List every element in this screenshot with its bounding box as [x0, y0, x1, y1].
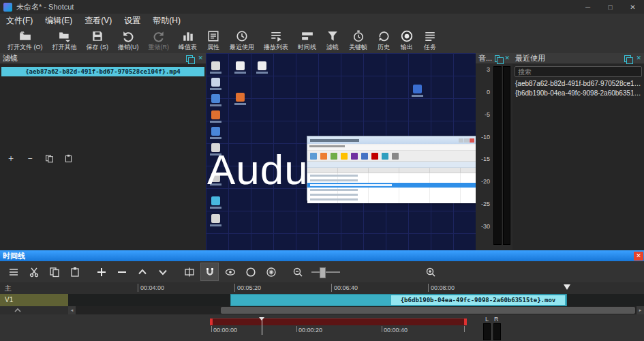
time-tick: [382, 326, 382, 332]
trim-in-handle[interactable]: [210, 318, 213, 325]
main-toolbar: 打开文件 (O) 打开其他 保存 (S) 撤销(U) 重做(R) 峰值表 属性: [0, 28, 644, 55]
zoom-in-button[interactable]: [421, 263, 440, 281]
redo-button[interactable]: 重做(R): [144, 29, 174, 53]
save-button[interactable]: 保存 (S): [82, 29, 114, 53]
open-file-button[interactable]: 打开文件 (O): [3, 29, 48, 53]
jobs-icon: [423, 30, 437, 42]
remove-filter-button[interactable]: －: [24, 153, 36, 164]
append-button[interactable]: [92, 263, 110, 281]
undo-icon: [121, 30, 135, 42]
export-button[interactable]: 输出: [395, 29, 418, 53]
menu-view[interactable]: 查看(V): [78, 14, 118, 28]
zoom-slider-thumb[interactable]: [320, 267, 326, 278]
keyframes-button[interactable]: 关键帧: [344, 29, 372, 53]
trim-out-handle[interactable]: [464, 318, 467, 325]
shotcut-logo-icon: [3, 3, 12, 12]
timeline-menu-button[interactable]: [4, 263, 22, 281]
zoom-slider[interactable]: [310, 264, 341, 280]
menu-edit[interactable]: 编辑(E): [39, 14, 78, 28]
preview-desktop-icon: [413, 85, 422, 93]
meter-channel-bars: [483, 323, 501, 340]
track-collapse-chevron-icon[interactable]: [14, 307, 22, 314]
ripple-all-toggle-button[interactable]: [262, 263, 280, 281]
playlist-button[interactable]: 播放列表: [259, 29, 293, 53]
db-tick: -25: [481, 201, 490, 207]
meter-bar-left: [493, 66, 502, 245]
maximize-button[interactable]: □: [599, 0, 622, 14]
preview-desktop-icon: [236, 93, 245, 102]
timeline-scrollbar[interactable]: ◂ ▸: [68, 306, 644, 314]
ripple-delete-button[interactable]: [112, 263, 131, 281]
undo-button[interactable]: 撤销(U): [113, 29, 144, 53]
meter-channel-labels: L R: [485, 316, 499, 323]
paste-button[interactable]: [65, 263, 84, 281]
scroll-left-arrow[interactable]: ◂: [68, 306, 76, 314]
recent-item[interactable]: {b6db190b-04ea-49fc-9098-2a60b6351…: [512, 88, 644, 98]
peak-meter-button[interactable]: 峰值表: [174, 29, 202, 53]
playlist-icon: [269, 30, 283, 42]
track-head-v1[interactable]: V1: [0, 294, 68, 306]
trim-bar[interactable]: [210, 318, 467, 325]
close-panel-icon[interactable]: ✕: [636, 55, 641, 61]
preview-desktop-icon: [211, 110, 220, 119]
timeline-close-icon[interactable]: ✕: [634, 252, 643, 261]
preview-desktop-icon: [236, 61, 245, 70]
timeline-panel-header: 时间线 ✕: [0, 250, 644, 261]
filters-button[interactable]: 滤镜: [321, 29, 344, 53]
close-button[interactable]: ✕: [622, 0, 644, 14]
timeline-ruler-row: 主 00:04:00 00:05:20 00:06:40 00:08:00: [0, 282, 644, 295]
paste-filters-button[interactable]: [62, 153, 74, 164]
float-panel-icon[interactable]: [186, 55, 193, 62]
minimize-button[interactable]: ─: [577, 0, 599, 14]
master-track-label[interactable]: 主: [0, 282, 68, 294]
cut-button[interactable]: [25, 263, 43, 281]
zoom-out-button[interactable]: [288, 263, 307, 281]
db-tick: -20: [481, 178, 490, 185]
close-panel-icon[interactable]: ✕: [198, 55, 203, 61]
player-scrub-area: 00:00:00 00:00:20 00:00:40: [204, 317, 472, 339]
audio-meter-title: 音...: [478, 53, 492, 63]
recent-button[interactable]: 最近使用: [225, 29, 259, 53]
properties-icon: [206, 30, 220, 42]
properties-button[interactable]: 属性: [202, 29, 225, 53]
history-button[interactable]: 历史: [372, 29, 395, 53]
scrollbar-thumb[interactable]: [221, 307, 635, 314]
snap-toggle-button[interactable]: [200, 263, 219, 281]
timeline-ruler[interactable]: 00:04:00 00:05:20 00:06:40 00:08:00: [68, 282, 644, 294]
timeline-button[interactable]: 时间线: [293, 29, 321, 53]
filters-panel-title: 滤镜: [3, 53, 18, 63]
player-playhead-line[interactable]: [262, 317, 262, 335]
overwrite-button[interactable]: [153, 263, 172, 281]
close-panel-icon[interactable]: ✕: [504, 55, 510, 61]
preview-window-title-text: [310, 139, 359, 142]
preview-window-selected-row: [307, 183, 476, 188]
lift-button[interactable]: [133, 263, 151, 281]
recent-search-input[interactable]: [515, 66, 642, 77]
timeline-clip[interactable]: {b6db190b-04ea-49fc-9098-2a60b63515te}.m…: [230, 294, 567, 306]
copy-button[interactable]: [45, 263, 63, 281]
scrub-while-dragging-button[interactable]: [221, 263, 239, 281]
recent-item[interactable]: {aeb87a62-b82d-491f-bd67-970528ce1…: [512, 78, 644, 88]
copy-filters-button[interactable]: [43, 153, 55, 164]
scroll-right-arrow[interactable]: ▸: [637, 306, 644, 314]
timeline-title: 时间线: [3, 251, 25, 261]
menu-help[interactable]: 帮助(H): [147, 14, 187, 28]
menu-file[interactable]: 文件(F): [0, 14, 39, 28]
playhead-marker[interactable]: [564, 284, 570, 290]
preview-window-file-list: [307, 173, 476, 203]
preview-desktop-icon: [211, 214, 220, 223]
menu-settings[interactable]: 设置: [118, 14, 147, 28]
filters-selected-clip[interactable]: {aeb87a62-b82d-491f-bd67-970528ce104f}.m…: [1, 67, 204, 76]
redo-icon: [152, 30, 166, 42]
split-button[interactable]: [180, 263, 198, 281]
audio-meter-body: 3 0 -5 -10 -15 -20 -25 -30: [476, 63, 512, 248]
float-panel-icon[interactable]: [495, 55, 500, 62]
time-tick-label: 00:00:00: [213, 327, 237, 333]
track-lane-v1[interactable]: {b6db190b-04ea-49fc-9098-2a60b63515te}.m…: [68, 294, 644, 306]
jobs-button[interactable]: 任务: [418, 29, 442, 53]
open-other-button[interactable]: 打开其他: [48, 29, 82, 53]
ripple-toggle-button[interactable]: [241, 263, 260, 281]
add-filter-button[interactable]: ＋: [5, 153, 17, 164]
float-panel-icon[interactable]: [624, 55, 631, 62]
timeline-clip-label: {b6db190b-04ea-49fc-9098-2a60b63515te}.m…: [391, 295, 565, 305]
